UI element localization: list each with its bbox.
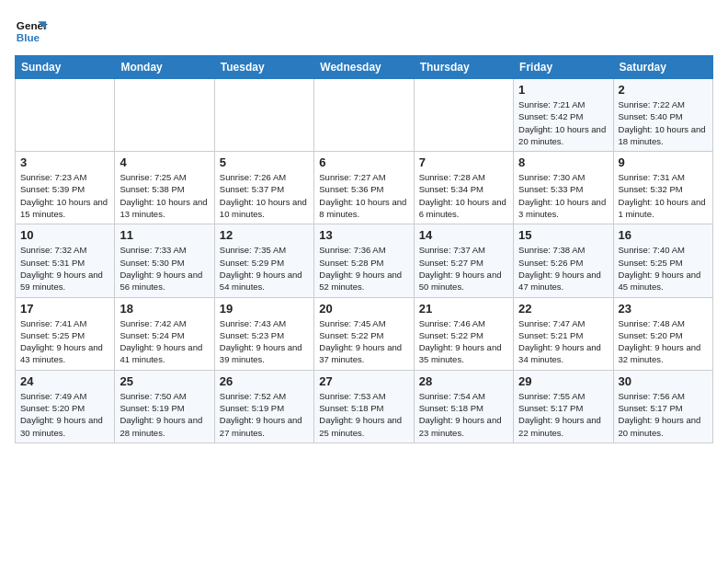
day-number: 25 [119, 374, 209, 388]
day-cell: 6Sunrise: 7:27 AM Sunset: 5:36 PM Daylig… [314, 152, 414, 224]
day-info: Sunrise: 7:27 AM Sunset: 5:36 PM Dayligh… [319, 171, 408, 220]
day-number: 11 [119, 228, 209, 242]
day-info: Sunrise: 7:42 AM Sunset: 5:24 PM Dayligh… [119, 317, 209, 366]
day-info: Sunrise: 7:55 AM Sunset: 5:17 PM Dayligh… [518, 390, 608, 439]
day-info: Sunrise: 7:35 AM Sunset: 5:29 PM Dayligh… [220, 244, 309, 293]
day-number: 24 [20, 374, 109, 388]
day-info: Sunrise: 7:50 AM Sunset: 5:19 PM Dayligh… [119, 390, 209, 439]
day-cell: 8Sunrise: 7:30 AM Sunset: 5:33 PM Daylig… [514, 152, 613, 224]
day-number: 21 [419, 302, 508, 316]
day-cell: 24Sunrise: 7:49 AM Sunset: 5:20 PM Dayli… [16, 370, 115, 442]
day-info: Sunrise: 7:45 AM Sunset: 5:22 PM Dayligh… [319, 317, 408, 366]
day-info: Sunrise: 7:47 AM Sunset: 5:21 PM Dayligh… [518, 317, 608, 366]
day-number: 10 [20, 228, 109, 242]
day-info: Sunrise: 7:26 AM Sunset: 5:37 PM Dayligh… [220, 171, 309, 220]
col-header-tuesday: Tuesday [214, 56, 313, 79]
day-info: Sunrise: 7:38 AM Sunset: 5:26 PM Dayligh… [518, 244, 608, 293]
day-info: Sunrise: 7:53 AM Sunset: 5:18 PM Dayligh… [319, 390, 408, 439]
day-cell: 9Sunrise: 7:31 AM Sunset: 5:32 PM Daylig… [613, 152, 712, 224]
day-info: Sunrise: 7:43 AM Sunset: 5:23 PM Dayligh… [220, 317, 309, 366]
calendar-table: SundayMondayTuesdayWednesdayThursdayFrid… [15, 55, 713, 443]
day-cell: 20Sunrise: 7:45 AM Sunset: 5:22 PM Dayli… [314, 297, 414, 370]
day-number: 5 [220, 155, 309, 169]
day-number: 1 [518, 83, 608, 97]
day-number: 3 [20, 155, 109, 169]
day-cell: 28Sunrise: 7:54 AM Sunset: 5:18 PM Dayli… [414, 370, 513, 442]
page-header: General Blue [15, 15, 713, 48]
day-number: 19 [220, 302, 309, 316]
day-cell [314, 79, 414, 152]
day-cell: 29Sunrise: 7:55 AM Sunset: 5:17 PM Dayli… [514, 370, 613, 442]
day-number: 15 [518, 228, 608, 242]
logo-icon: General Blue [15, 15, 48, 48]
day-info: Sunrise: 7:54 AM Sunset: 5:18 PM Dayligh… [419, 390, 508, 439]
col-header-monday: Monday [115, 56, 214, 79]
day-cell: 21Sunrise: 7:46 AM Sunset: 5:22 PM Dayli… [414, 297, 513, 370]
day-number: 2 [619, 83, 708, 97]
day-number: 13 [319, 228, 408, 242]
calendar-header: SundayMondayTuesdayWednesdayThursdayFrid… [16, 56, 713, 79]
day-info: Sunrise: 7:25 AM Sunset: 5:38 PM Dayligh… [119, 171, 209, 220]
day-cell: 25Sunrise: 7:50 AM Sunset: 5:19 PM Dayli… [115, 370, 214, 442]
day-info: Sunrise: 7:21 AM Sunset: 5:42 PM Dayligh… [518, 98, 608, 147]
day-cell: 12Sunrise: 7:35 AM Sunset: 5:29 PM Dayli… [214, 224, 313, 297]
week-row-1: 1Sunrise: 7:21 AM Sunset: 5:42 PM Daylig… [16, 79, 713, 152]
svg-text:Blue: Blue [17, 31, 40, 43]
day-number: 12 [220, 228, 309, 242]
day-cell: 30Sunrise: 7:56 AM Sunset: 5:17 PM Dayli… [613, 370, 712, 442]
day-info: Sunrise: 7:49 AM Sunset: 5:20 PM Dayligh… [20, 390, 109, 439]
day-number: 27 [319, 374, 408, 388]
day-number: 29 [518, 374, 608, 388]
col-header-friday: Friday [514, 56, 613, 79]
day-number: 4 [119, 155, 209, 169]
day-info: Sunrise: 7:52 AM Sunset: 5:19 PM Dayligh… [220, 390, 309, 439]
week-row-4: 17Sunrise: 7:41 AM Sunset: 5:25 PM Dayli… [16, 297, 713, 370]
day-info: Sunrise: 7:32 AM Sunset: 5:31 PM Dayligh… [20, 244, 109, 293]
day-number: 17 [20, 302, 109, 316]
day-info: Sunrise: 7:22 AM Sunset: 5:40 PM Dayligh… [619, 98, 708, 147]
day-cell: 18Sunrise: 7:42 AM Sunset: 5:24 PM Dayli… [115, 297, 214, 370]
logo: General Blue [15, 15, 48, 48]
day-cell: 4Sunrise: 7:25 AM Sunset: 5:38 PM Daylig… [115, 152, 214, 224]
day-number: 8 [518, 155, 608, 169]
col-header-thursday: Thursday [414, 56, 513, 79]
day-cell: 7Sunrise: 7:28 AM Sunset: 5:34 PM Daylig… [414, 152, 513, 224]
calendar-body: 1Sunrise: 7:21 AM Sunset: 5:42 PM Daylig… [16, 79, 713, 443]
day-number: 9 [619, 155, 708, 169]
day-cell: 23Sunrise: 7:48 AM Sunset: 5:20 PM Dayli… [613, 297, 712, 370]
col-header-sunday: Sunday [16, 56, 115, 79]
day-info: Sunrise: 7:56 AM Sunset: 5:17 PM Dayligh… [619, 390, 708, 439]
day-info: Sunrise: 7:31 AM Sunset: 5:32 PM Dayligh… [619, 171, 708, 220]
day-info: Sunrise: 7:41 AM Sunset: 5:25 PM Dayligh… [20, 317, 109, 366]
day-number: 6 [319, 155, 408, 169]
day-cell: 1Sunrise: 7:21 AM Sunset: 5:42 PM Daylig… [514, 79, 613, 152]
day-number: 18 [119, 302, 209, 316]
day-cell: 10Sunrise: 7:32 AM Sunset: 5:31 PM Dayli… [16, 224, 115, 297]
day-cell: 15Sunrise: 7:38 AM Sunset: 5:26 PM Dayli… [514, 224, 613, 297]
day-number: 22 [518, 302, 608, 316]
day-cell: 16Sunrise: 7:40 AM Sunset: 5:25 PM Dayli… [613, 224, 712, 297]
day-number: 20 [319, 302, 408, 316]
day-info: Sunrise: 7:30 AM Sunset: 5:33 PM Dayligh… [518, 171, 608, 220]
day-cell [214, 79, 313, 152]
day-info: Sunrise: 7:37 AM Sunset: 5:27 PM Dayligh… [419, 244, 508, 293]
day-number: 23 [619, 302, 708, 316]
day-cell: 13Sunrise: 7:36 AM Sunset: 5:28 PM Dayli… [314, 224, 414, 297]
day-info: Sunrise: 7:36 AM Sunset: 5:28 PM Dayligh… [319, 244, 408, 293]
day-cell: 26Sunrise: 7:52 AM Sunset: 5:19 PM Dayli… [214, 370, 313, 442]
day-info: Sunrise: 7:28 AM Sunset: 5:34 PM Dayligh… [419, 171, 508, 220]
day-info: Sunrise: 7:33 AM Sunset: 5:30 PM Dayligh… [119, 244, 209, 293]
day-cell [414, 79, 513, 152]
day-cell [115, 79, 214, 152]
col-header-saturday: Saturday [613, 56, 712, 79]
day-cell: 27Sunrise: 7:53 AM Sunset: 5:18 PM Dayli… [314, 370, 414, 442]
week-row-3: 10Sunrise: 7:32 AM Sunset: 5:31 PM Dayli… [16, 224, 713, 297]
day-number: 7 [419, 155, 508, 169]
day-cell: 19Sunrise: 7:43 AM Sunset: 5:23 PM Dayli… [214, 297, 313, 370]
day-cell: 17Sunrise: 7:41 AM Sunset: 5:25 PM Dayli… [16, 297, 115, 370]
day-cell: 2Sunrise: 7:22 AM Sunset: 5:40 PM Daylig… [613, 79, 712, 152]
day-cell: 22Sunrise: 7:47 AM Sunset: 5:21 PM Dayli… [514, 297, 613, 370]
day-info: Sunrise: 7:40 AM Sunset: 5:25 PM Dayligh… [619, 244, 708, 293]
day-number: 16 [619, 228, 708, 242]
col-header-wednesday: Wednesday [314, 56, 414, 79]
